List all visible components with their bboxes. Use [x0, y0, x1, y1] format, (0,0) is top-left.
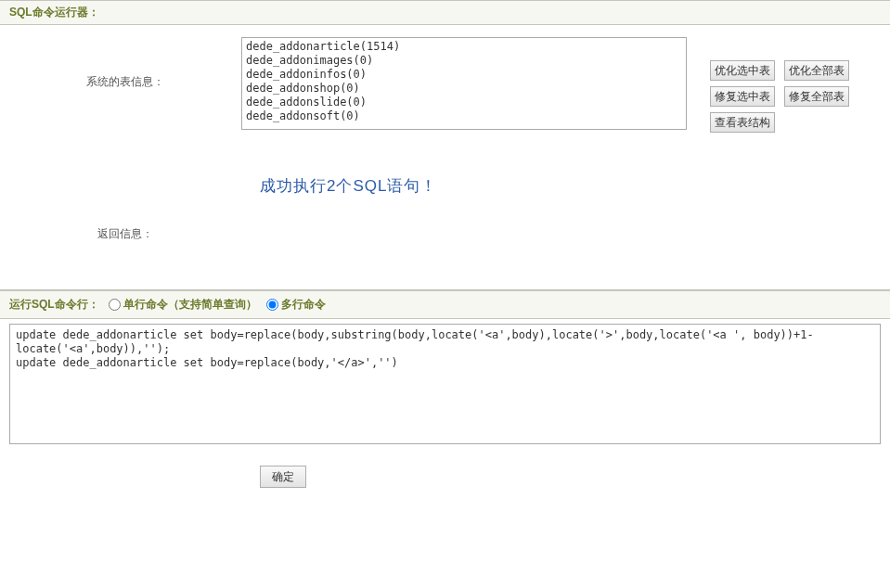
page-title: SQL命令运行器：: [9, 6, 99, 19]
single-mode-option[interactable]: 单行命令（支持简单查询）: [109, 297, 257, 313]
table-list-col: dede_addonarticle(1514)dede_addonimages(…: [241, 32, 696, 130]
table-list-item[interactable]: dede_addonimages(0): [246, 54, 682, 68]
sql-textarea[interactable]: [9, 324, 881, 444]
table-actions: 优化选中表 优化全部表 修复选中表 修复全部表 查看表结构: [696, 32, 881, 138]
table-list-item[interactable]: dede_addonslide(0): [246, 96, 682, 109]
repair-selected-button[interactable]: 修复选中表: [710, 86, 775, 107]
submit-row: 确定: [0, 452, 890, 502]
return-info-label: 返回信息：: [9, 147, 241, 271]
optimize-selected-button[interactable]: 优化选中表: [710, 60, 775, 81]
multi-mode-label: 多行命令: [281, 297, 326, 313]
table-list-item[interactable]: dede_addonarticle(1514): [246, 40, 682, 54]
single-mode-radio[interactable]: [109, 299, 121, 311]
sql-input-area: [0, 319, 890, 452]
main-panel: 系统的表信息： dede_addonarticle(1514)dede_addo…: [0, 25, 890, 290]
multi-mode-option[interactable]: 多行命令: [266, 297, 326, 313]
table-info-row: 系统的表信息： dede_addonarticle(1514)dede_addo…: [9, 32, 881, 138]
table-list-item[interactable]: dede_addonsoft(0): [246, 109, 682, 123]
command-title: 运行SQL命令行：: [9, 297, 99, 313]
repair-all-button[interactable]: 修复全部表: [784, 86, 849, 107]
return-info-row: 返回信息： 成功执行2个SQL语句！: [9, 147, 881, 271]
table-list-item[interactable]: dede_addoninfos(0): [246, 68, 682, 82]
table-info-label: 系统的表信息：: [9, 32, 241, 90]
view-structure-button[interactable]: 查看表结构: [710, 112, 775, 133]
table-select-list[interactable]: dede_addonarticle(1514)dede_addonimages(…: [241, 37, 687, 130]
table-list-item[interactable]: dede_addonshop(0): [246, 82, 682, 96]
command-mode-bar: 运行SQL命令行： 单行命令（支持简单查询） 多行命令: [0, 290, 890, 319]
single-mode-label: 单行命令（支持简单查询）: [123, 297, 257, 313]
success-message: 成功执行2个SQL语句！: [260, 175, 696, 197]
submit-button[interactable]: 确定: [260, 466, 306, 488]
optimize-all-button[interactable]: 优化全部表: [784, 60, 849, 81]
return-info-content: 成功执行2个SQL语句！: [241, 147, 696, 271]
page-title-bar: SQL命令运行器：: [0, 0, 890, 25]
multi-mode-radio[interactable]: [266, 299, 278, 311]
